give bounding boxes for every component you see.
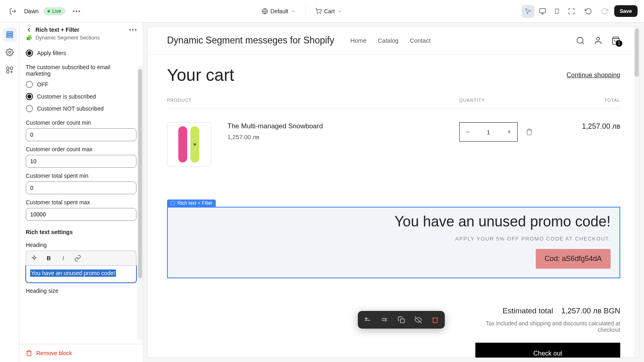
user-icon[interactable] xyxy=(594,36,603,45)
spent-max-input[interactable] xyxy=(26,208,136,221)
main: Rich text + Filter 🧩 Dynamic Segment Sec… xyxy=(0,23,644,362)
svg-point-20 xyxy=(129,29,131,31)
promo-tag: Rich text + Filter xyxy=(167,200,216,207)
search-icon[interactable] xyxy=(576,36,585,45)
pv-nav: Home Catalog Contact xyxy=(350,37,430,44)
undo-button[interactable] xyxy=(582,5,595,18)
product-image xyxy=(167,122,211,167)
order-min-input[interactable] xyxy=(26,128,136,141)
sections-rail-button[interactable] xyxy=(2,27,17,42)
sidebar-title: Rich text + Filter xyxy=(35,27,126,33)
nav-contact[interactable]: Contact xyxy=(410,37,431,44)
spent-min-input[interactable] xyxy=(26,181,136,194)
richtext-body[interactable]: You have an unused promo code! xyxy=(25,265,137,283)
richtext-selected: You have an unused promo code! xyxy=(30,269,116,277)
svg-point-6 xyxy=(318,13,318,14)
more-menu-button[interactable] xyxy=(70,5,83,18)
rt-ai-button[interactable] xyxy=(29,253,39,263)
page-select[interactable]: Cart xyxy=(315,8,342,14)
svg-point-23 xyxy=(577,37,583,43)
svg-line-24 xyxy=(582,42,584,44)
bag-icon[interactable]: 1 xyxy=(611,36,620,45)
svg-rect-18 xyxy=(10,67,12,70)
divider xyxy=(305,6,305,16)
desktop-view-button[interactable] xyxy=(536,5,549,18)
preview-frame: Dynamic Segment messeges for Shopify Hom… xyxy=(147,27,640,358)
chevron-down-icon xyxy=(337,9,342,14)
opt-sub-radio[interactable]: Customer is subscribed xyxy=(26,90,136,103)
tax-note: Tax included and shipping and discounts … xyxy=(483,320,620,333)
nav-home[interactable]: Home xyxy=(350,37,366,44)
viewport-select[interactable]: Default xyxy=(262,8,295,14)
topbar-center: Default Cart xyxy=(88,6,516,16)
store-name: Dawn xyxy=(24,8,39,14)
svg-point-29 xyxy=(194,143,196,146)
continue-shopping-link[interactable]: Continue shopping xyxy=(567,72,620,79)
estimated-label: Estimated total xyxy=(502,306,553,315)
viewport-label: Default xyxy=(270,8,288,14)
svg-rect-11 xyxy=(555,9,559,14)
topbar-right: Save xyxy=(521,4,638,19)
preview-scrollbar[interactable] xyxy=(634,27,640,358)
float-toolbar xyxy=(358,311,445,329)
qty-plus-button[interactable]: + xyxy=(501,123,517,141)
col-total: TOTAL xyxy=(556,98,620,103)
remove-item-button[interactable] xyxy=(526,128,533,136)
exit-editor-button[interactable] xyxy=(6,5,19,18)
device-group xyxy=(521,4,579,19)
nav-catalog[interactable]: Catalog xyxy=(378,37,398,44)
promo-block[interactable]: Rich text + Filter You have an unused pr… xyxy=(167,207,620,278)
left-rail xyxy=(0,23,19,362)
order-min-label: Customer order count min xyxy=(26,115,136,128)
fullscreen-button[interactable] xyxy=(565,5,578,18)
section-icon xyxy=(170,201,175,206)
spent-min-label: Customer total spent min xyxy=(26,168,136,181)
rt-bold-button[interactable]: B xyxy=(44,253,54,263)
ft-duplicate-button[interactable] xyxy=(396,314,407,325)
product-qty: − 1 + xyxy=(459,122,556,142)
chevron-down-icon xyxy=(291,9,295,14)
svg-rect-30 xyxy=(171,202,175,205)
mobile-view-button[interactable] xyxy=(551,5,564,18)
preview-inner[interactable]: Dynamic Segment messeges for Shopify Hom… xyxy=(148,27,640,358)
ft-move-up-button[interactable] xyxy=(362,314,373,325)
order-max-input[interactable] xyxy=(26,155,136,168)
page-label: Cart xyxy=(324,8,334,14)
puzzle-icon: 🧩 xyxy=(26,35,32,41)
svg-rect-15 xyxy=(6,36,12,37)
opt-notsub-radio[interactable]: Customer NOT subscribed xyxy=(26,103,136,115)
remove-block-button[interactable]: Remove block xyxy=(19,344,143,362)
save-button[interactable]: Save xyxy=(614,5,638,17)
checkout-button[interactable]: Check out xyxy=(475,343,620,358)
redo-button[interactable] xyxy=(598,5,611,18)
qty-box: − 1 + xyxy=(459,122,518,142)
product-name: The Multi-managed Snowboard xyxy=(227,122,459,130)
inspector-button[interactable] xyxy=(522,5,535,18)
svg-point-1 xyxy=(73,10,74,12)
svg-point-16 xyxy=(8,51,10,53)
sidebar-more-button[interactable] xyxy=(129,29,136,31)
sidebar-scrollbar[interactable] xyxy=(137,66,143,339)
ft-delete-button[interactable] xyxy=(429,314,441,325)
cart-title: Your cart xyxy=(167,66,234,85)
trash-icon xyxy=(26,350,32,356)
heading-label: Heading xyxy=(26,237,136,251)
sidebar-app-label: 🧩 Dynamic Segment Sections xyxy=(26,33,136,41)
cart-header-row: PRODUCT QUANTITY TOTAL xyxy=(167,98,620,109)
globe-icon xyxy=(262,8,268,14)
qty-minus-button[interactable]: − xyxy=(460,123,476,141)
product-price: 1,257.00 лв xyxy=(227,134,459,140)
apply-filters-radio[interactable]: Apply filters xyxy=(26,47,136,59)
settings-rail-button[interactable] xyxy=(2,45,17,60)
opt-off-radio[interactable]: OFF xyxy=(26,78,136,90)
back-button[interactable] xyxy=(26,27,32,33)
pv-header-right: 1 xyxy=(576,36,620,45)
radio-icon xyxy=(26,81,33,88)
rt-italic-button[interactable]: I xyxy=(58,253,68,263)
rt-link-button[interactable] xyxy=(73,253,83,263)
ft-hide-button[interactable] xyxy=(413,314,424,325)
sidebar-scroll[interactable]: Apply filters The customer subscribed to… xyxy=(19,44,143,344)
ft-move-down-button[interactable] xyxy=(379,314,390,325)
col-product: PRODUCT xyxy=(167,98,459,103)
apps-rail-button[interactable] xyxy=(2,63,17,77)
